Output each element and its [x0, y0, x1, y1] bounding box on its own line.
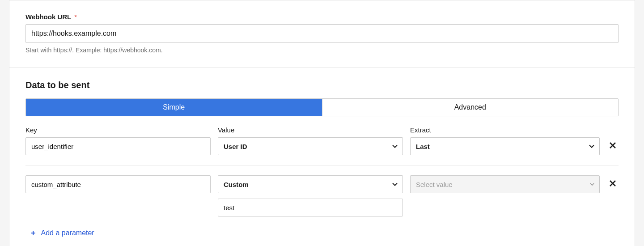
param-row: User ID Last [25, 137, 619, 165]
param-extract-select-disabled: Select value [410, 175, 600, 193]
column-value-label: Value [218, 126, 403, 134]
param-value-select[interactable]: Custom [218, 175, 403, 193]
delete-row-button[interactable] [610, 180, 616, 188]
webhook-section: Webhook URL * Start with https://. Examp… [9, 0, 635, 67]
tab-advanced[interactable]: Advanced [322, 99, 619, 116]
param-value-selected: Custom [224, 181, 249, 188]
param-value-selected: User ID [224, 143, 247, 150]
delete-row-button[interactable] [610, 142, 616, 150]
webhook-url-input[interactable] [25, 24, 619, 43]
param-extract-select[interactable]: Last [410, 137, 600, 155]
param-value-select[interactable]: User ID [218, 137, 403, 155]
form-card: Webhook URL * Start with https://. Examp… [9, 0, 635, 246]
add-parameter-label: Add a parameter [41, 229, 94, 237]
param-key-input[interactable] [25, 137, 211, 155]
param-row: Custom Select value [25, 175, 619, 226]
param-custom-value-input[interactable] [218, 199, 403, 216]
column-extract-label: Extract [410, 126, 600, 134]
tab-simple[interactable]: Simple [26, 99, 322, 116]
webhook-url-label: Webhook URL * [25, 13, 619, 21]
param-columns-header: Key Value Extract [25, 126, 619, 134]
webhook-url-label-text: Webhook URL [25, 13, 71, 21]
param-extract-selected: Last [416, 143, 430, 150]
mode-tabs: Simple Advanced [25, 98, 619, 116]
data-section: Data to be sent Simple Advanced Key Valu… [9, 68, 635, 246]
param-key-input[interactable] [25, 175, 211, 193]
column-key-label: Key [25, 126, 211, 134]
required-indicator: * [74, 13, 77, 21]
close-icon [610, 142, 616, 148]
add-parameter-button[interactable]: + Add a parameter [25, 226, 94, 246]
plus-icon: + [31, 229, 36, 237]
close-icon [610, 180, 616, 187]
param-extract-placeholder: Select value [416, 181, 453, 188]
data-section-title: Data to be sent [25, 80, 619, 90]
webhook-url-help: Start with https://. Example: https://we… [25, 47, 619, 54]
